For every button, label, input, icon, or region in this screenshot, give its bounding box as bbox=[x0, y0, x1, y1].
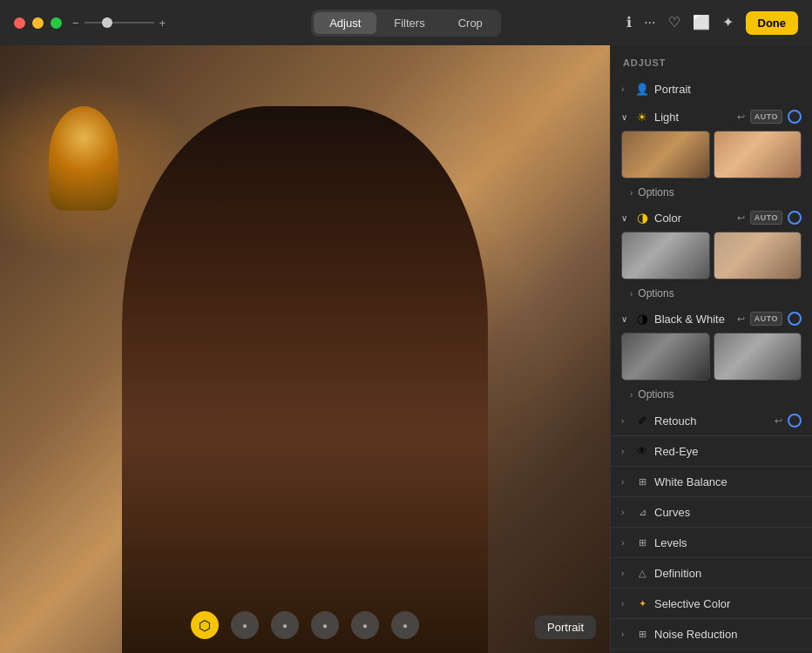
more-icon[interactable]: ··· bbox=[644, 16, 655, 30]
color-options-row[interactable]: › Options bbox=[611, 285, 812, 305]
bw-chevron: ∨ bbox=[621, 314, 630, 324]
frame-icon[interactable]: ⬜ bbox=[693, 16, 710, 30]
light-label: Light bbox=[654, 111, 732, 124]
retouch-row[interactable]: › ✐ Retouch ↩ bbox=[611, 406, 812, 435]
color-auto-button[interactable]: AUTO bbox=[750, 211, 782, 225]
color-section: ∨ ◑ Color ↩ AUTO › Options bbox=[611, 204, 812, 305]
retouch-toggle[interactable] bbox=[788, 414, 802, 427]
light-thumbnails bbox=[611, 131, 812, 184]
zoom-plus: + bbox=[159, 17, 166, 30]
definition-icon: △ bbox=[635, 566, 649, 580]
bw-thumbnails bbox=[611, 333, 812, 386]
window-controls bbox=[14, 17, 62, 29]
color-icon: ◑ bbox=[635, 211, 649, 225]
magic-tool-button[interactable]: ⬡ bbox=[191, 611, 219, 639]
definition-chevron: › bbox=[621, 569, 630, 578]
curves-icon: ⊿ bbox=[635, 505, 649, 519]
portrait-badge[interactable]: Portrait bbox=[535, 616, 596, 639]
color-options-label: Options bbox=[638, 287, 673, 300]
light-thumb-2[interactable] bbox=[714, 131, 802, 178]
tab-filters[interactable]: Filters bbox=[378, 12, 440, 34]
bw-options-row[interactable]: › Options bbox=[611, 386, 812, 406]
noisereduction-row[interactable]: › ⊞ Noise Reduction bbox=[611, 618, 812, 649]
redeye-label: Red-Eye bbox=[654, 445, 802, 458]
whitebalance-icon: ⊞ bbox=[635, 475, 649, 488]
levels-icon: ⊞ bbox=[635, 535, 649, 549]
portrait-chevron: › bbox=[621, 84, 630, 94]
light-toggle[interactable] bbox=[788, 110, 802, 124]
maximize-button[interactable] bbox=[51, 17, 62, 29]
noisereduction-icon: ⊞ bbox=[635, 627, 649, 641]
selectivecolor-label: Selective Color bbox=[654, 597, 802, 610]
light-options-row[interactable]: › Options bbox=[611, 184, 812, 204]
light-auto-button[interactable]: AUTO bbox=[750, 110, 782, 124]
tool-button-1[interactable]: ● bbox=[231, 611, 259, 639]
tool-button-5[interactable]: ● bbox=[391, 611, 419, 639]
whitebalance-label: White Balance bbox=[654, 475, 802, 488]
redeye-row[interactable]: › 👁 Red-Eye bbox=[611, 435, 812, 466]
levels-chevron: › bbox=[621, 538, 630, 548]
bw-toggle[interactable] bbox=[788, 312, 802, 326]
tool-button-3[interactable]: ● bbox=[311, 611, 339, 639]
color-toggle[interactable] bbox=[788, 211, 802, 225]
color-controls: ↩ AUTO bbox=[737, 211, 802, 225]
heart-icon[interactable]: ♡ bbox=[668, 16, 680, 30]
retouch-undo-icon[interactable]: ↩ bbox=[775, 415, 782, 427]
retouch-label: Retouch bbox=[654, 414, 769, 427]
person-element bbox=[122, 106, 488, 653]
titlebar: − + Adjust Filters Crop ℹ ··· ♡ ⬜ ✦ Done bbox=[0, 0, 812, 45]
levels-row[interactable]: › ⊞ Levels bbox=[611, 527, 812, 557]
bw-label: Black & White bbox=[654, 313, 732, 326]
bw-undo-icon[interactable]: ↩ bbox=[737, 313, 745, 325]
tab-crop[interactable]: Crop bbox=[443, 12, 498, 34]
light-thumb-1[interactable] bbox=[621, 131, 710, 178]
done-button[interactable]: Done bbox=[746, 11, 799, 35]
bw-thumb-1[interactable] bbox=[621, 333, 710, 380]
right-panel: ADJUST › 👤 Portrait ∨ ☀ Light ↩ AUTO bbox=[610, 45, 812, 653]
portrait-label: Portrait bbox=[654, 83, 802, 96]
info-icon[interactable]: ℹ bbox=[626, 16, 632, 30]
minimize-button[interactable] bbox=[32, 17, 44, 29]
noisereduction-chevron: › bbox=[621, 629, 630, 639]
light-icon: ☀ bbox=[635, 110, 649, 124]
light-options-label: Options bbox=[638, 186, 673, 199]
retouch-icon: ✐ bbox=[635, 414, 649, 427]
zoom-slider[interactable] bbox=[85, 22, 154, 24]
color-thumb-1[interactable] bbox=[621, 232, 710, 279]
light-undo-icon[interactable]: ↩ bbox=[737, 111, 745, 123]
whitebalance-row[interactable]: › ⊞ White Balance bbox=[611, 466, 812, 496]
curves-chevron: › bbox=[621, 508, 630, 517]
bw-row[interactable]: ∨ ◑ Black & White ↩ AUTO bbox=[611, 305, 812, 333]
levels-label: Levels bbox=[654, 536, 802, 549]
color-undo-icon[interactable]: ↩ bbox=[737, 212, 745, 224]
light-row[interactable]: ∨ ☀ Light ↩ AUTO bbox=[611, 103, 812, 131]
tool-button-4[interactable]: ● bbox=[351, 611, 379, 639]
bottom-toolbar: ⬡ ● ● ● ● ● bbox=[0, 611, 610, 639]
close-button[interactable] bbox=[14, 17, 25, 29]
curves-row[interactable]: › ⊿ Curves bbox=[611, 496, 812, 527]
bw-thumb-2[interactable] bbox=[714, 333, 802, 380]
magic-icon[interactable]: ✦ bbox=[722, 16, 734, 30]
color-thumb-2[interactable] bbox=[714, 232, 802, 279]
sharpen-row[interactable]: › △ Sharpen bbox=[611, 649, 812, 653]
whitebalance-chevron: › bbox=[621, 477, 630, 487]
bw-auto-button[interactable]: AUTO bbox=[750, 312, 782, 326]
tab-adjust[interactable]: Adjust bbox=[314, 12, 376, 34]
retouch-controls: ↩ bbox=[775, 414, 802, 427]
bw-controls: ↩ AUTO bbox=[737, 312, 802, 326]
selectivecolor-row[interactable]: › ✦ Selective Color bbox=[611, 588, 812, 618]
portrait-row[interactable]: › 👤 Portrait bbox=[611, 75, 812, 103]
color-label: Color bbox=[654, 212, 732, 225]
definition-row[interactable]: › △ Definition bbox=[611, 557, 812, 588]
photo-background bbox=[0, 45, 610, 653]
portrait-icon: 👤 bbox=[635, 82, 649, 96]
selectivecolor-chevron: › bbox=[621, 599, 630, 609]
main-area: ⬡ ● ● ● ● ● Portrait ADJUST › 👤 Portrait… bbox=[0, 45, 812, 653]
light-controls: ↩ AUTO bbox=[737, 110, 802, 124]
tool-button-2[interactable]: ● bbox=[271, 611, 299, 639]
bw-options-chevron: › bbox=[630, 390, 633, 400]
color-row[interactable]: ∨ ◑ Color ↩ AUTO bbox=[611, 204, 812, 232]
redeye-chevron: › bbox=[621, 447, 630, 456]
redeye-icon: 👁 bbox=[635, 444, 649, 458]
titlebar-right: ℹ ··· ♡ ⬜ ✦ Done bbox=[626, 11, 798, 35]
